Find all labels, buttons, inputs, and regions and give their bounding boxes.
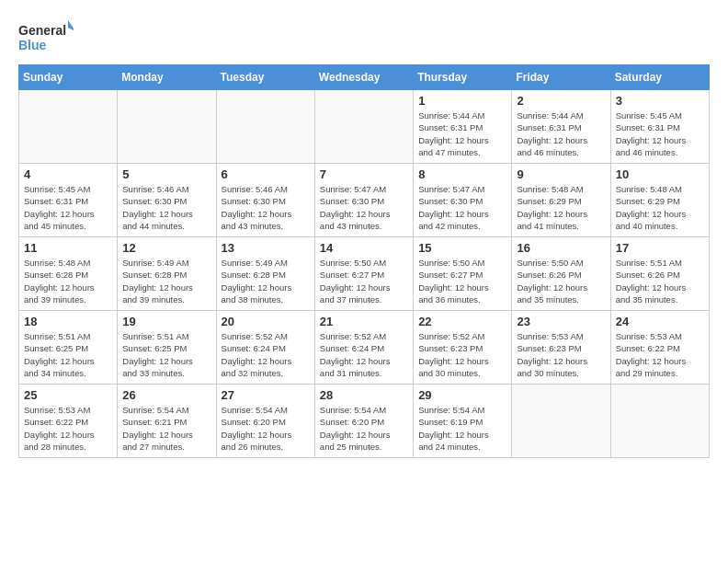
calendar-cell: 7Sunrise: 5:47 AMSunset: 6:30 PMDaylight… bbox=[314, 164, 413, 237]
day-info: Sunrise: 5:50 AMSunset: 6:27 PMDaylight:… bbox=[418, 257, 506, 305]
calendar-cell: 13Sunrise: 5:49 AMSunset: 6:28 PMDayligh… bbox=[216, 237, 314, 311]
day-number: 2 bbox=[517, 94, 605, 108]
calendar-week-4: 18Sunrise: 5:51 AMSunset: 6:25 PMDayligh… bbox=[19, 311, 710, 385]
day-number: 27 bbox=[222, 388, 310, 402]
day-info: Sunrise: 5:51 AMSunset: 6:25 PMDaylight:… bbox=[24, 330, 112, 379]
day-info: Sunrise: 5:52 AMSunset: 6:24 PMDaylight:… bbox=[320, 330, 408, 379]
calendar-cell: 8Sunrise: 5:47 AMSunset: 6:30 PMDaylight… bbox=[414, 164, 512, 237]
calendar-cell: 12Sunrise: 5:49 AMSunset: 6:28 PMDayligh… bbox=[118, 237, 216, 311]
calendar-cell: 6Sunrise: 5:46 AMSunset: 6:30 PMDaylight… bbox=[216, 164, 314, 237]
calendar-cell: 14Sunrise: 5:50 AMSunset: 6:27 PMDayligh… bbox=[314, 237, 413, 311]
day-info: Sunrise: 5:54 AMSunset: 6:21 PMDaylight:… bbox=[122, 404, 210, 453]
day-info: Sunrise: 5:53 AMSunset: 6:22 PMDaylight:… bbox=[24, 404, 112, 453]
calendar-cell: 20Sunrise: 5:52 AMSunset: 6:24 PMDayligh… bbox=[216, 311, 314, 385]
calendar-cell: 27Sunrise: 5:54 AMSunset: 6:20 PMDayligh… bbox=[216, 385, 314, 458]
day-info: Sunrise: 5:45 AMSunset: 6:31 PMDaylight:… bbox=[24, 183, 112, 232]
calendar-cell: 26Sunrise: 5:54 AMSunset: 6:21 PMDayligh… bbox=[118, 385, 216, 458]
calendar-cell: 2Sunrise: 5:44 AMSunset: 6:31 PMDaylight… bbox=[512, 90, 610, 164]
day-header-saturday: Saturday bbox=[610, 65, 709, 90]
day-number: 6 bbox=[222, 167, 310, 181]
day-number: 13 bbox=[222, 241, 310, 255]
day-number: 7 bbox=[320, 167, 408, 181]
day-number: 26 bbox=[122, 388, 210, 402]
calendar-cell: 10Sunrise: 5:48 AMSunset: 6:29 PMDayligh… bbox=[610, 164, 709, 237]
calendar-week-1: 1Sunrise: 5:44 AMSunset: 6:31 PMDaylight… bbox=[19, 90, 710, 164]
calendar-cell: 28Sunrise: 5:54 AMSunset: 6:20 PMDayligh… bbox=[314, 385, 413, 458]
day-info: Sunrise: 5:47 AMSunset: 6:30 PMDaylight:… bbox=[418, 183, 506, 232]
calendar-cell bbox=[610, 385, 709, 458]
svg-marker-2 bbox=[68, 20, 74, 31]
calendar-cell: 22Sunrise: 5:52 AMSunset: 6:23 PMDayligh… bbox=[414, 311, 512, 385]
day-header-thursday: Thursday bbox=[414, 65, 512, 90]
calendar-cell bbox=[118, 90, 216, 164]
day-number: 8 bbox=[418, 167, 506, 181]
day-number: 11 bbox=[24, 241, 112, 255]
calendar-cell: 24Sunrise: 5:53 AMSunset: 6:22 PMDayligh… bbox=[610, 311, 709, 385]
day-header-tuesday: Tuesday bbox=[216, 65, 314, 90]
day-number: 4 bbox=[24, 167, 112, 181]
day-info: Sunrise: 5:51 AMSunset: 6:25 PMDaylight:… bbox=[122, 330, 210, 379]
calendar-cell: 5Sunrise: 5:46 AMSunset: 6:30 PMDaylight… bbox=[118, 164, 216, 237]
logo: General Blue bbox=[18, 18, 74, 55]
day-number: 5 bbox=[122, 167, 210, 181]
day-info: Sunrise: 5:45 AMSunset: 6:31 PMDaylight:… bbox=[616, 109, 704, 158]
day-number: 14 bbox=[320, 241, 408, 255]
calendar-cell: 23Sunrise: 5:53 AMSunset: 6:23 PMDayligh… bbox=[512, 311, 610, 385]
day-number: 3 bbox=[616, 94, 704, 108]
day-number: 21 bbox=[320, 315, 408, 328]
day-number: 16 bbox=[517, 241, 605, 255]
calendar-week-2: 4Sunrise: 5:45 AMSunset: 6:31 PMDaylight… bbox=[19, 164, 710, 237]
day-number: 10 bbox=[616, 167, 704, 181]
calendar-cell bbox=[314, 90, 413, 164]
day-info: Sunrise: 5:50 AMSunset: 6:26 PMDaylight:… bbox=[517, 257, 605, 305]
day-header-friday: Friday bbox=[512, 65, 610, 90]
day-number: 18 bbox=[24, 315, 112, 328]
day-number: 28 bbox=[320, 388, 408, 402]
day-info: Sunrise: 5:52 AMSunset: 6:24 PMDaylight:… bbox=[222, 330, 310, 379]
calendar-cell bbox=[19, 90, 118, 164]
day-header-wednesday: Wednesday bbox=[314, 65, 413, 90]
day-info: Sunrise: 5:52 AMSunset: 6:23 PMDaylight:… bbox=[418, 330, 506, 379]
day-info: Sunrise: 5:44 AMSunset: 6:31 PMDaylight:… bbox=[517, 109, 605, 158]
logo-svg: General Blue bbox=[18, 18, 74, 55]
day-info: Sunrise: 5:48 AMSunset: 6:28 PMDaylight:… bbox=[24, 257, 112, 305]
day-number: 29 bbox=[418, 388, 506, 402]
calendar-week-5: 25Sunrise: 5:53 AMSunset: 6:22 PMDayligh… bbox=[19, 385, 710, 458]
day-number: 1 bbox=[418, 94, 506, 108]
calendar-cell: 9Sunrise: 5:48 AMSunset: 6:29 PMDaylight… bbox=[512, 164, 610, 237]
day-info: Sunrise: 5:51 AMSunset: 6:26 PMDaylight:… bbox=[616, 257, 704, 305]
calendar-cell: 19Sunrise: 5:51 AMSunset: 6:25 PMDayligh… bbox=[118, 311, 216, 385]
day-info: Sunrise: 5:54 AMSunset: 6:20 PMDaylight:… bbox=[320, 404, 408, 453]
calendar-cell: 4Sunrise: 5:45 AMSunset: 6:31 PMDaylight… bbox=[19, 164, 118, 237]
day-info: Sunrise: 5:46 AMSunset: 6:30 PMDaylight:… bbox=[222, 183, 310, 232]
day-number: 25 bbox=[24, 388, 112, 402]
svg-text:Blue: Blue bbox=[18, 38, 47, 52]
calendar-cell: 29Sunrise: 5:54 AMSunset: 6:19 PMDayligh… bbox=[414, 385, 512, 458]
calendar-cell: 11Sunrise: 5:48 AMSunset: 6:28 PMDayligh… bbox=[19, 237, 118, 311]
day-info: Sunrise: 5:54 AMSunset: 6:19 PMDaylight:… bbox=[418, 404, 506, 453]
day-info: Sunrise: 5:49 AMSunset: 6:28 PMDaylight:… bbox=[122, 257, 210, 305]
day-info: Sunrise: 5:53 AMSunset: 6:23 PMDaylight:… bbox=[517, 330, 605, 379]
calendar-cell: 21Sunrise: 5:52 AMSunset: 6:24 PMDayligh… bbox=[314, 311, 413, 385]
calendar-table: SundayMondayTuesdayWednesdayThursdayFrid… bbox=[18, 64, 710, 458]
calendar-cell: 25Sunrise: 5:53 AMSunset: 6:22 PMDayligh… bbox=[19, 385, 118, 458]
header-row: SundayMondayTuesdayWednesdayThursdayFrid… bbox=[19, 65, 710, 90]
day-info: Sunrise: 5:44 AMSunset: 6:31 PMDaylight:… bbox=[418, 109, 506, 158]
day-header-sunday: Sunday bbox=[19, 65, 118, 90]
day-info: Sunrise: 5:47 AMSunset: 6:30 PMDaylight:… bbox=[320, 183, 408, 232]
day-number: 12 bbox=[122, 241, 210, 255]
calendar-week-3: 11Sunrise: 5:48 AMSunset: 6:28 PMDayligh… bbox=[19, 237, 710, 311]
day-number: 20 bbox=[222, 315, 310, 328]
day-info: Sunrise: 5:48 AMSunset: 6:29 PMDaylight:… bbox=[517, 183, 605, 232]
calendar-cell bbox=[216, 90, 314, 164]
day-number: 24 bbox=[616, 315, 704, 328]
day-info: Sunrise: 5:46 AMSunset: 6:30 PMDaylight:… bbox=[122, 183, 210, 232]
calendar-cell: 15Sunrise: 5:50 AMSunset: 6:27 PMDayligh… bbox=[414, 237, 512, 311]
page-header: General Blue bbox=[18, 18, 710, 55]
calendar-cell: 1Sunrise: 5:44 AMSunset: 6:31 PMDaylight… bbox=[414, 90, 512, 164]
calendar-cell: 17Sunrise: 5:51 AMSunset: 6:26 PMDayligh… bbox=[610, 237, 709, 311]
day-info: Sunrise: 5:50 AMSunset: 6:27 PMDaylight:… bbox=[320, 257, 408, 305]
day-number: 23 bbox=[517, 315, 605, 328]
day-header-monday: Monday bbox=[118, 65, 216, 90]
day-info: Sunrise: 5:54 AMSunset: 6:20 PMDaylight:… bbox=[222, 404, 310, 453]
